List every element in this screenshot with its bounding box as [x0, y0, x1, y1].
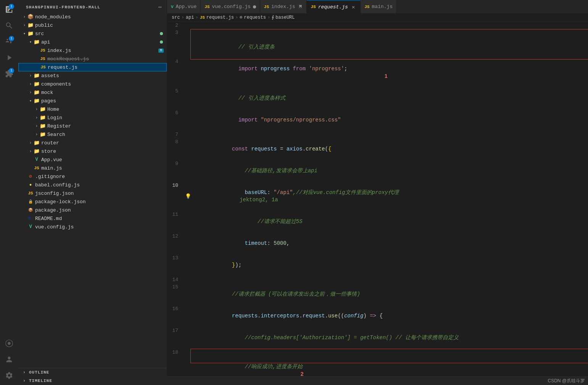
tab-app-vue[interactable]: V App.vue	[167, 0, 201, 13]
tab-label-vue-config: vue.config.js	[212, 4, 250, 10]
register-label: Register	[47, 123, 167, 129]
breadcrumb-symbol-icon: ⊙	[240, 15, 242, 20]
settings-icon[interactable]	[3, 369, 16, 382]
dot-16b: .	[299, 313, 302, 319]
line-content-13: });	[192, 254, 588, 276]
outline-section[interactable]: OUTLINE	[18, 368, 167, 377]
activity-bar: 1 1 1	[0, 0, 18, 385]
code-line-9: 9 //基础路径,发请求会带上api	[167, 160, 588, 182]
tree-item-mock-request[interactable]: JS mockRequest.js	[18, 55, 167, 63]
brace-16: {	[376, 313, 383, 319]
src-label: src	[35, 31, 160, 37]
folder-search-icon: 📁	[40, 131, 46, 138]
breadcrumb-file[interactable]: request.js	[206, 15, 234, 20]
tree-item-login[interactable]: 📁 Login	[18, 113, 167, 122]
source-control-badge: 1	[9, 36, 14, 41]
tab-request-js[interactable]: JS request.js ✕	[307, 0, 361, 13]
tab-main-js[interactable]: JS main.js	[361, 0, 397, 13]
package-json-label: package.json	[35, 207, 167, 213]
tab-icon-request-js: JS	[311, 5, 316, 9]
tree-item-assets[interactable]: 📁 assets	[18, 71, 167, 80]
str-nprogress-css-6: "nprogress/nprogress.css"	[261, 117, 341, 123]
comment-17: //config.headers['Authorization'] = getT…	[232, 335, 459, 341]
tree-item-gitignore[interactable]: ⊘ .gitignore	[18, 172, 167, 181]
line-content-9: //基础路径,发请求会带上api	[192, 160, 588, 182]
breadcrumb-requests[interactable]: requests	[244, 15, 266, 20]
line-gutter-9	[184, 160, 192, 182]
js-icon-mock: JS	[40, 56, 46, 62]
tree-item-jsconfig[interactable]: JS jsconfig.json	[18, 189, 167, 197]
line-gutter-13	[184, 254, 192, 276]
run-debug-icon[interactable]	[3, 51, 16, 64]
tree-item-app-vue[interactable]: V App.vue	[18, 155, 167, 164]
tree-item-package-json[interactable]: 📦 package.json	[18, 206, 167, 214]
router-label: router	[41, 140, 167, 146]
tree-item-package-lock[interactable]: 🔒 package-lock.json	[18, 197, 167, 206]
line-num-8: 8	[167, 138, 184, 160]
tree-item-store[interactable]: 📁 store	[18, 147, 167, 155]
code-line-4: 4 import nprogress from 'nprogress'; 1	[167, 58, 588, 87]
comment-inline-10: ,//对应vue.config文件里面的proxy代理	[293, 189, 398, 196]
arrow-store	[27, 148, 34, 154]
line-num-10: 10	[167, 182, 184, 211]
line-num-5: 5	[167, 87, 184, 109]
tab-close-request-js[interactable]: ✕	[350, 3, 356, 11]
tree-item-public[interactable]: 📁 public	[18, 21, 167, 29]
code-line-14: 14	[167, 276, 588, 283]
tree-item-components[interactable]: 📁 components	[18, 80, 167, 88]
tree-item-node-modules[interactable]: 📦 node_modules	[18, 13, 167, 21]
breadcrumb-src[interactable]: src	[172, 15, 180, 20]
tree-item-babel[interactable]: ● babel.config.js	[18, 181, 167, 189]
tree-item-register[interactable]: 📁 Register	[18, 122, 167, 130]
line-content-8: const requests = axios.create({	[192, 138, 588, 160]
kw-import-6: import	[232, 117, 261, 123]
editor-area: V App.vue JS vue.config.js JS index.js M…	[167, 0, 588, 385]
node-modules-label: node_modules	[35, 14, 167, 20]
line-gutter-11	[184, 211, 192, 233]
tab-vue-config[interactable]: JS vue.config.js	[201, 0, 260, 13]
remote-icon[interactable]	[3, 337, 16, 350]
colon-12: :	[267, 240, 274, 246]
tree-item-api[interactable]: 📁 api	[18, 38, 167, 46]
explorer-icon[interactable]: 1	[3, 3, 16, 16]
extensions-icon[interactable]: 1	[3, 67, 16, 80]
gitignore-label: .gitignore	[35, 174, 167, 180]
main-js-label: main.js	[41, 165, 167, 171]
var-requests-8: requests	[251, 146, 280, 152]
search-icon[interactable]	[3, 19, 16, 32]
tree-item-home[interactable]: 📁 Home	[18, 105, 167, 113]
tree-item-main-js[interactable]: JS main.js	[18, 164, 167, 172]
tree-item-index-js[interactable]: JS index.js M	[18, 46, 167, 55]
line-gutter-18	[184, 349, 192, 377]
api-modified-dot	[160, 40, 163, 44]
breadcrumb-sep4: ›	[267, 15, 270, 20]
tree-item-pages[interactable]: 📁 pages	[18, 97, 167, 105]
arrow-login	[34, 115, 40, 121]
arrow-mock	[27, 89, 34, 95]
tree-item-src[interactable]: 📁 src	[18, 29, 167, 38]
breadcrumb-baseurl[interactable]: baseURL	[275, 15, 295, 20]
line-gutter-3	[184, 29, 192, 58]
timeline-section[interactable]: TIMELINE	[18, 377, 167, 385]
extensions-badge: 1	[9, 68, 14, 73]
code-line-18: 18 //响应成功,进度条开始 2	[167, 349, 588, 377]
param-config-16: config	[344, 313, 363, 319]
tree-item-search[interactable]: 📁 Search	[18, 130, 167, 139]
tab-bar: V App.vue JS vue.config.js JS index.js M…	[167, 0, 588, 13]
breadcrumb-api[interactable]: api	[186, 15, 194, 20]
code-line-7: 7	[167, 131, 588, 138]
new-file-icon[interactable]: ⋯	[158, 4, 162, 10]
tree-item-request-js[interactable]: JS request.js	[18, 63, 167, 71]
account-icon[interactable]	[3, 353, 16, 366]
tab-index-js[interactable]: JS index.js M	[260, 0, 307, 13]
tree-item-vue-config[interactable]: V vue.config.js	[18, 223, 167, 231]
source-control-icon[interactable]: 1	[3, 35, 16, 48]
package-lock-label: package-lock.json	[35, 199, 167, 205]
tree-item-router[interactable]: 📁 router	[18, 139, 167, 147]
git-icon: ⊘	[27, 173, 34, 180]
tree-item-mock[interactable]: 📁 mock	[18, 88, 167, 97]
tree-item-readme[interactable]: M↓ README.md	[18, 214, 167, 223]
js-icon-index: JS	[40, 47, 46, 53]
csdn-label: CSDN @爪哇斗罗	[548, 378, 585, 384]
code-editor[interactable]: 2 3 // 引入进度条 4 i	[167, 22, 588, 377]
